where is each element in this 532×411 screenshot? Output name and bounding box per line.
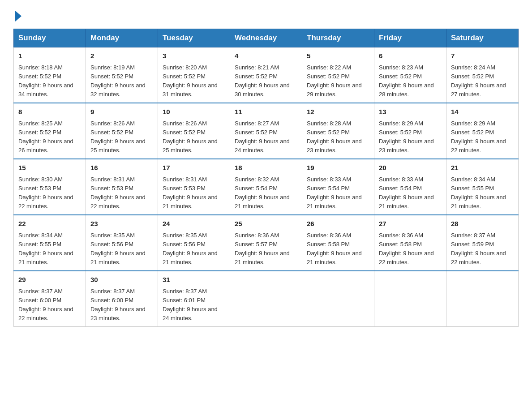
day-number: 5	[307, 51, 369, 61]
calendar-cell: 24 Sunrise: 8:35 AMSunset: 5:56 PMDaylig…	[158, 215, 230, 271]
day-info: Sunrise: 8:31 AMSunset: 5:53 PMDaylight:…	[90, 176, 146, 210]
day-number: 25	[235, 219, 297, 229]
day-number: 16	[90, 163, 153, 173]
day-number: 13	[379, 107, 442, 117]
day-number: 4	[235, 51, 297, 61]
calendar-cell: 29 Sunrise: 8:37 AMSunset: 6:00 PMDaylig…	[14, 271, 86, 327]
week-row-3: 15 Sunrise: 8:30 AMSunset: 5:53 PMDaylig…	[14, 159, 519, 215]
day-info: Sunrise: 8:33 AMSunset: 5:54 PMDaylight:…	[379, 176, 434, 210]
calendar-cell: 26 Sunrise: 8:36 AMSunset: 5:58 PMDaylig…	[302, 215, 374, 271]
day-info: Sunrise: 8:31 AMSunset: 5:53 PMDaylight:…	[163, 176, 218, 210]
day-info: Sunrise: 8:28 AMSunset: 5:52 PMDaylight:…	[307, 120, 362, 154]
day-info: Sunrise: 8:35 AMSunset: 5:56 PMDaylight:…	[90, 232, 146, 265]
day-number: 21	[451, 163, 514, 173]
weekday-header-wednesday: Wednesday	[230, 29, 302, 47]
day-number: 20	[379, 163, 442, 173]
logo-triangle-icon	[15, 11, 21, 21]
day-info: Sunrise: 8:33 AMSunset: 5:54 PMDaylight:…	[307, 176, 362, 210]
week-row-1: 1 Sunrise: 8:18 AMSunset: 5:52 PMDayligh…	[14, 47, 519, 103]
day-info: Sunrise: 8:25 AMSunset: 5:52 PMDaylight:…	[18, 120, 73, 154]
calendar-cell: 9 Sunrise: 8:26 AMSunset: 5:52 PMDayligh…	[86, 103, 158, 159]
day-info: Sunrise: 8:29 AMSunset: 5:52 PMDaylight:…	[379, 120, 434, 154]
day-number: 19	[307, 163, 369, 173]
day-info: Sunrise: 8:26 AMSunset: 5:52 PMDaylight:…	[163, 120, 218, 154]
day-info: Sunrise: 8:26 AMSunset: 5:52 PMDaylight:…	[90, 120, 146, 154]
page-header	[13, 9, 519, 20]
calendar-cell: 11 Sunrise: 8:27 AMSunset: 5:52 PMDaylig…	[230, 103, 302, 159]
day-info: Sunrise: 8:37 AMSunset: 6:00 PMDaylight:…	[18, 288, 73, 321]
calendar-cell: 19 Sunrise: 8:33 AMSunset: 5:54 PMDaylig…	[302, 159, 374, 215]
day-number: 28	[451, 219, 514, 229]
day-info: Sunrise: 8:20 AMSunset: 5:52 PMDaylight:…	[163, 64, 218, 98]
day-number: 26	[307, 219, 369, 229]
calendar-cell: 4 Sunrise: 8:21 AMSunset: 5:52 PMDayligh…	[230, 47, 302, 103]
calendar-cell: 20 Sunrise: 8:33 AMSunset: 5:54 PMDaylig…	[374, 159, 446, 215]
weekday-header-sunday: Sunday	[14, 29, 86, 47]
day-info: Sunrise: 8:34 AMSunset: 5:55 PMDaylight:…	[18, 232, 73, 265]
calendar-cell: 23 Sunrise: 8:35 AMSunset: 5:56 PMDaylig…	[86, 215, 158, 271]
calendar-cell: 25 Sunrise: 8:36 AMSunset: 5:57 PMDaylig…	[230, 215, 302, 271]
day-info: Sunrise: 8:29 AMSunset: 5:52 PMDaylight:…	[451, 120, 506, 154]
day-number: 31	[163, 275, 225, 285]
day-number: 18	[235, 163, 297, 173]
day-number: 14	[451, 107, 514, 117]
day-number: 6	[379, 51, 442, 61]
week-row-5: 29 Sunrise: 8:37 AMSunset: 6:00 PMDaylig…	[14, 271, 519, 327]
day-info: Sunrise: 8:36 AMSunset: 5:58 PMDaylight:…	[379, 232, 434, 265]
calendar-cell: 7 Sunrise: 8:24 AMSunset: 5:52 PMDayligh…	[446, 47, 519, 103]
day-number: 3	[163, 51, 225, 61]
calendar-cell	[374, 271, 446, 327]
calendar-cell: 13 Sunrise: 8:29 AMSunset: 5:52 PMDaylig…	[374, 103, 446, 159]
calendar-cell: 8 Sunrise: 8:25 AMSunset: 5:52 PMDayligh…	[14, 103, 86, 159]
calendar-cell: 12 Sunrise: 8:28 AMSunset: 5:52 PMDaylig…	[302, 103, 374, 159]
calendar-cell: 22 Sunrise: 8:34 AMSunset: 5:55 PMDaylig…	[14, 215, 86, 271]
day-number: 7	[451, 51, 514, 61]
day-info: Sunrise: 8:19 AMSunset: 5:52 PMDaylight:…	[90, 64, 146, 98]
weekday-header-friday: Friday	[374, 29, 446, 47]
day-number: 10	[163, 107, 225, 117]
calendar-cell: 6 Sunrise: 8:23 AMSunset: 5:52 PMDayligh…	[374, 47, 446, 103]
day-number: 11	[235, 107, 297, 117]
calendar-cell	[302, 271, 374, 327]
calendar-cell: 1 Sunrise: 8:18 AMSunset: 5:52 PMDayligh…	[14, 47, 86, 103]
calendar-cell: 2 Sunrise: 8:19 AMSunset: 5:52 PMDayligh…	[86, 47, 158, 103]
calendar-cell: 5 Sunrise: 8:22 AMSunset: 5:52 PMDayligh…	[302, 47, 374, 103]
calendar-cell: 18 Sunrise: 8:32 AMSunset: 5:54 PMDaylig…	[230, 159, 302, 215]
day-info: Sunrise: 8:30 AMSunset: 5:53 PMDaylight:…	[18, 176, 73, 210]
calendar-cell: 3 Sunrise: 8:20 AMSunset: 5:52 PMDayligh…	[158, 47, 230, 103]
calendar-cell: 27 Sunrise: 8:36 AMSunset: 5:58 PMDaylig…	[374, 215, 446, 271]
week-row-2: 8 Sunrise: 8:25 AMSunset: 5:52 PMDayligh…	[14, 103, 519, 159]
calendar-cell: 17 Sunrise: 8:31 AMSunset: 5:53 PMDaylig…	[158, 159, 230, 215]
day-number: 23	[90, 219, 153, 229]
day-number: 8	[18, 107, 81, 117]
day-info: Sunrise: 8:32 AMSunset: 5:54 PMDaylight:…	[235, 176, 290, 210]
day-info: Sunrise: 8:23 AMSunset: 5:52 PMDaylight:…	[379, 64, 434, 98]
calendar-cell: 28 Sunrise: 8:37 AMSunset: 5:59 PMDaylig…	[446, 215, 519, 271]
calendar-cell	[446, 271, 519, 327]
weekday-header-saturday: Saturday	[446, 29, 519, 47]
day-info: Sunrise: 8:37 AMSunset: 6:01 PMDaylight:…	[163, 288, 218, 321]
calendar-cell	[230, 271, 302, 327]
day-info: Sunrise: 8:24 AMSunset: 5:52 PMDaylight:…	[451, 64, 506, 98]
day-number: 29	[18, 275, 81, 285]
calendar-cell: 15 Sunrise: 8:30 AMSunset: 5:53 PMDaylig…	[14, 159, 86, 215]
weekday-header-tuesday: Tuesday	[158, 29, 230, 47]
calendar-cell: 16 Sunrise: 8:31 AMSunset: 5:53 PMDaylig…	[86, 159, 158, 215]
day-number: 1	[18, 51, 81, 61]
day-number: 9	[90, 107, 153, 117]
day-info: Sunrise: 8:18 AMSunset: 5:52 PMDaylight:…	[18, 64, 73, 98]
day-info: Sunrise: 8:22 AMSunset: 5:52 PMDaylight:…	[307, 64, 362, 98]
day-info: Sunrise: 8:36 AMSunset: 5:57 PMDaylight:…	[235, 232, 290, 265]
calendar-cell: 21 Sunrise: 8:34 AMSunset: 5:55 PMDaylig…	[446, 159, 519, 215]
day-number: 22	[18, 219, 81, 229]
calendar-table: SundayMondayTuesdayWednesdayThursdayFrid…	[13, 29, 519, 327]
day-info: Sunrise: 8:21 AMSunset: 5:52 PMDaylight:…	[235, 64, 290, 98]
calendar-cell: 10 Sunrise: 8:26 AMSunset: 5:52 PMDaylig…	[158, 103, 230, 159]
day-info: Sunrise: 8:37 AMSunset: 5:59 PMDaylight:…	[451, 232, 506, 265]
weekday-header-thursday: Thursday	[302, 29, 374, 47]
calendar-cell: 31 Sunrise: 8:37 AMSunset: 6:01 PMDaylig…	[158, 271, 230, 327]
day-number: 27	[379, 219, 442, 229]
day-number: 15	[18, 163, 81, 173]
day-number: 30	[90, 275, 153, 285]
day-number: 24	[163, 219, 225, 229]
